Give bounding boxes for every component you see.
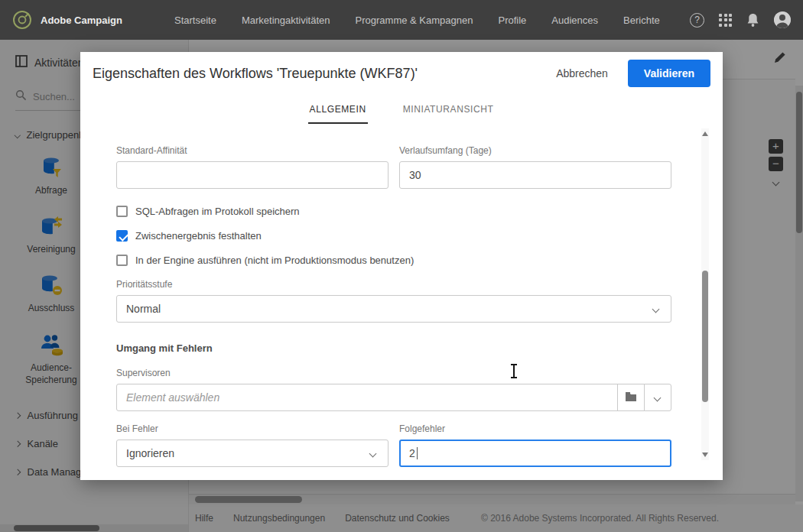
checkbox-label: In der Engine ausführen (nicht im Produk… (135, 255, 414, 266)
standard-affinity-input[interactable] (116, 161, 388, 189)
scroll-down-arrow[interactable] (702, 453, 708, 457)
nav-profile[interactable]: Profile (498, 15, 526, 26)
error-handling-heading: Umgang mit Fehlern (116, 342, 671, 354)
standard-affinity-label: Standard-Affinität (116, 145, 388, 156)
text-cursor (513, 365, 515, 378)
user-avatar[interactable] (774, 11, 791, 28)
priority-value: Normal (126, 303, 161, 315)
nav-marketingaktivitaeten[interactable]: Marketingaktivitäten (242, 15, 330, 26)
dialog-header: Eigenschaften des Workflows 'Treuepunkte… (80, 52, 723, 95)
on-error-select[interactable]: Ignorieren (116, 440, 388, 467)
navbar-icons: ? (690, 11, 803, 28)
brand[interactable]: Adobe Campaign (0, 10, 174, 30)
supervisors-input-group (116, 384, 671, 411)
adobe-campaign-logo-icon (12, 10, 32, 30)
help-icon[interactable]: ? (690, 13, 704, 28)
notifications-bell-icon[interactable] (746, 13, 759, 28)
top-navbar: Adobe Campaign Startseite Marketingaktiv… (0, 0, 803, 40)
primary-nav: Startseite Marketingaktivitäten Programm… (174, 15, 660, 26)
checkbox-box[interactable] (116, 255, 128, 266)
priority-label: Prioritätsstufe (116, 279, 671, 290)
chevron-down-icon (654, 394, 662, 401)
app-root: Adobe Campaign Startseite Marketingaktiv… (0, 0, 803, 532)
on-error-label: Bei Fehler (116, 423, 388, 434)
checkbox-label: Zwischenergebnis festhalten (135, 230, 262, 242)
checkbox-run-in-engine[interactable]: In der Engine ausführen (nicht im Produk… (116, 255, 671, 266)
consecutive-errors-value: 2 (409, 447, 415, 459)
history-scope-input[interactable] (399, 161, 671, 189)
nav-programme-kampagnen[interactable]: Programme & Kampagnen (356, 15, 473, 26)
priority-select[interactable]: Normal (116, 295, 671, 323)
on-error-value: Ignorieren (126, 447, 174, 459)
scrollbar-track[interactable] (701, 139, 709, 449)
nav-startseite[interactable]: Startseite (174, 15, 216, 26)
nav-audiences[interactable]: Audiences (551, 15, 598, 26)
nav-berichte[interactable]: Berichte (623, 15, 660, 26)
supervisors-input[interactable] (116, 384, 618, 411)
dialog-tabs: ALLGEMEIN MINIATURANSICHT (80, 99, 723, 124)
select-element-button[interactable] (617, 384, 645, 411)
consecutive-errors-input[interactable]: 2 (399, 440, 671, 467)
chevron-down-icon (652, 306, 660, 313)
history-scope-label: Verlaufsumfang (Tage) (399, 145, 671, 156)
brand-name: Adobe Campaign (41, 15, 122, 26)
folder-icon (625, 391, 637, 404)
tab-miniaturansicht[interactable]: MINIATURANSICHT (402, 99, 496, 124)
dialog-title: Eigenschaften des Workflows 'Treuepunkte… (93, 66, 418, 82)
checkbox-keep-interim-results[interactable]: Zwischenergebnis festhalten (116, 230, 671, 242)
validate-button[interactable]: Validieren (628, 60, 710, 87)
checkbox-label: SQL-Abfragen im Protokoll speichern (135, 206, 300, 217)
checkbox-sql-log[interactable]: SQL-Abfragen im Protokoll speichern (116, 206, 671, 217)
cancel-button[interactable]: Abbrechen (547, 61, 617, 86)
workflow-properties-dialog: Eigenschaften des Workflows 'Treuepunkte… (80, 52, 723, 480)
supervisors-label: Supervisoren (116, 368, 671, 378)
text-caret (417, 447, 418, 459)
options-checkbox-group: SQL-Abfragen im Protokoll speichern Zwis… (116, 206, 671, 266)
checkbox-box[interactable] (116, 206, 128, 217)
dialog-vertical-scrollbar[interactable] (701, 128, 709, 460)
dialog-content: Standard-Affinität Verlaufsumfang (Tage)… (80, 128, 723, 480)
scroll-up-arrow[interactable] (702, 131, 708, 136)
chevron-down-icon (369, 450, 377, 458)
scrollbar-thumb[interactable] (702, 271, 708, 402)
app-switcher-icon[interactable] (719, 14, 732, 27)
checkbox-box[interactable] (116, 230, 128, 242)
supervisors-dropdown-button[interactable] (644, 384, 671, 411)
consecutive-errors-label: Folgefehler (399, 423, 671, 434)
tab-allgemein[interactable]: ALLGEMEIN (308, 99, 368, 124)
